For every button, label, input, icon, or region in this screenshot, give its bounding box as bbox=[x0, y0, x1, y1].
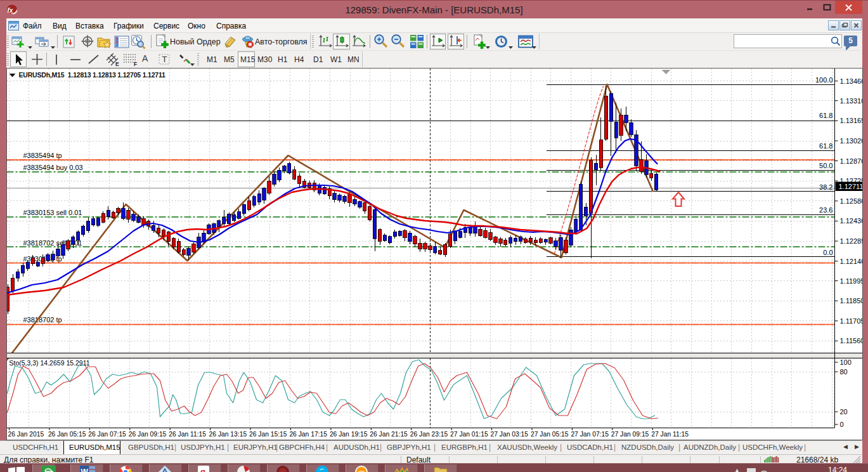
svg-text:1.13165: 1.13165 bbox=[839, 117, 863, 124]
svg-text:1.11995: 1.11995 bbox=[839, 277, 863, 285]
svg-text:F: F bbox=[134, 61, 137, 67]
svg-text:20: 20 bbox=[839, 408, 847, 416]
svg-text:T: T bbox=[162, 55, 167, 64]
svg-text:27 Jan 09:15: 27 Jan 09:15 bbox=[611, 431, 649, 438]
svg-text:27 Jan 07:15: 27 Jan 07:15 bbox=[571, 431, 609, 438]
svg-text:1.12430: 1.12430 bbox=[839, 217, 863, 225]
svg-text:26 Jan 21:15: 26 Jan 21:15 bbox=[370, 431, 408, 438]
svg-text:W: W bbox=[81, 468, 89, 472]
svg-text:1.11705: 1.11705 bbox=[839, 317, 863, 325]
svg-text:1.13460: 1.13460 bbox=[839, 77, 863, 85]
svg-text:26 Jan 23:15: 26 Jan 23:15 bbox=[410, 431, 448, 438]
svg-text:23.6: 23.6 bbox=[819, 206, 832, 214]
svg-text:80: 80 bbox=[839, 368, 847, 376]
svg-text:26 Jan 07:15: 26 Jan 07:15 bbox=[88, 431, 126, 438]
svg-text:1.12140: 1.12140 bbox=[839, 258, 863, 265]
svg-text:1.11560: 1.11560 bbox=[839, 337, 863, 344]
svg-text:26 Jan 19:15: 26 Jan 19:15 bbox=[329, 431, 367, 438]
svg-text:#3818702 tp: #3818702 tp bbox=[23, 316, 62, 324]
svg-text:27 Jan 11:15: 27 Jan 11:15 bbox=[651, 431, 689, 438]
svg-text:1.12580: 1.12580 bbox=[839, 197, 863, 205]
svg-text:E: E bbox=[115, 61, 119, 67]
svg-text:27 Jan 05:15: 27 Jan 05:15 bbox=[531, 431, 569, 438]
svg-text:я: я bbox=[200, 467, 205, 472]
svg-text:100.0: 100.0 bbox=[815, 76, 832, 84]
svg-text:27 Jan 01:15: 27 Jan 01:15 bbox=[450, 431, 488, 438]
svg-text:1.11850: 1.11850 bbox=[839, 297, 863, 305]
svg-text:26 Jan 13:15: 26 Jan 13:15 bbox=[209, 431, 247, 438]
svg-text:26 Jan 05:15: 26 Jan 05:15 bbox=[48, 431, 86, 438]
svg-text:61.8: 61.8 bbox=[819, 112, 832, 119]
svg-text:0: 0 bbox=[839, 421, 843, 428]
svg-text:27 Jan 03:15: 27 Jan 03:15 bbox=[490, 431, 528, 438]
svg-text:50.0: 50.0 bbox=[819, 162, 832, 169]
svg-text:1.13020: 1.13020 bbox=[839, 137, 863, 145]
svg-text:26 Jan 2015: 26 Jan 2015 bbox=[8, 431, 44, 438]
svg-text:EURUSDh,M15 1.12813 1.12813 1: EURUSDh,M15 1.12813 1.12813 1.12705 1.12… bbox=[18, 71, 165, 79]
svg-text:100: 100 bbox=[839, 358, 851, 366]
svg-text:1.12285: 1.12285 bbox=[839, 237, 863, 245]
svg-text:61.8: 61.8 bbox=[819, 142, 832, 150]
svg-text:#3835494 buy 0.03: #3835494 buy 0.03 bbox=[23, 164, 82, 171]
svg-text:26 Jan 17:15: 26 Jan 17:15 bbox=[289, 431, 327, 438]
svg-text:26 Jan 15:15: 26 Jan 15:15 bbox=[249, 431, 287, 438]
svg-text:#3830153 sell 0.01: #3830153 sell 0.01 bbox=[23, 209, 82, 216]
svg-text:Sto(5,3,3) 14.2659 15.2911: Sto(5,3,3) 14.2659 15.2911 bbox=[9, 359, 89, 367]
svg-text:1.12711: 1.12711 bbox=[838, 183, 863, 190]
svg-text:26 Jan 09:15: 26 Jan 09:15 bbox=[128, 431, 166, 438]
svg-text:#3835494 tp: #3835494 tp bbox=[23, 152, 62, 159]
svg-text:26 Jan 11:15: 26 Jan 11:15 bbox=[169, 431, 206, 438]
svg-text:0.0: 0.0 bbox=[823, 249, 832, 256]
svg-text:1.13310: 1.13310 bbox=[839, 97, 863, 105]
svg-text:1.12870: 1.12870 bbox=[839, 157, 863, 165]
svg-text:38.2: 38.2 bbox=[819, 183, 832, 191]
